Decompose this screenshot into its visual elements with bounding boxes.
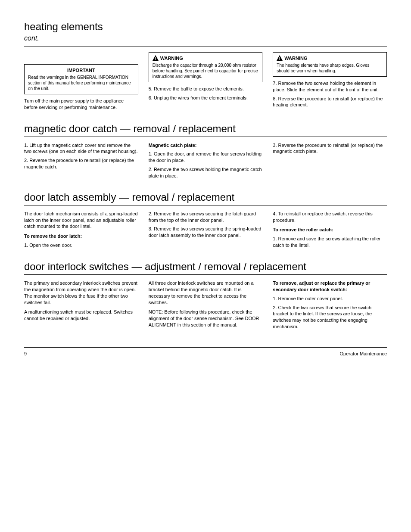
svg-text:!: ! (155, 56, 156, 61)
footer-page: 9 (24, 351, 27, 356)
interlock-c2-p1: All three door interlock switches are mo… (149, 280, 263, 305)
latch-c3-step1: 1. Remove and save the screws attaching … (273, 236, 387, 249)
heating-subtitle: cont. (24, 34, 387, 42)
important-body: Read the warnings in the GENERAL INFORMA… (28, 75, 134, 91)
warning-label: WARNING (284, 56, 307, 61)
doorcatch-c3-step3: 3. Reverse the procedure to reinstall (o… (273, 142, 387, 155)
interlock-c1-p2: A malfunctioning switch must be replaced… (24, 309, 138, 322)
warning-icon: ! (277, 55, 283, 62)
document-page: heating elements cont. IMPORTANT Read th… (0, 0, 411, 369)
latch-c1-heading: To remove the door latch: (24, 233, 138, 240)
interlock-c3-heading: To remove, adjust or replace the primary… (273, 280, 387, 293)
footer-title: Operator Maintenance (340, 351, 387, 356)
section-heating: heating elements cont. IMPORTANT Read th… (24, 21, 387, 111)
doorcatch-title: magnetic door catch — removal / replacem… (24, 123, 387, 135)
interlock-c2-p2: NOTE: Before following this procedure, c… (149, 309, 263, 328)
doorcatch-c2-step1: 1. Open the door, and remove the four sc… (149, 151, 263, 164)
latch-c2-step3: 3. Remove the two screws securing the sp… (149, 226, 263, 239)
section-interlock: door interlock switches — adjustment / r… (24, 261, 387, 330)
warning-body-1: Discharge the capacitor through a 20,000… (153, 62, 259, 79)
svg-text:!: ! (279, 56, 280, 61)
latch-col2: 2. Remove the two screws securing the la… (149, 211, 263, 249)
section-doorcatch: magnetic door catch — removal / replacem… (24, 123, 387, 179)
important-box: IMPORTANT Read the warnings in the GENER… (24, 64, 138, 94)
important-title: IMPORTANT (28, 67, 134, 74)
interlock-col1: The primary and secondary interlock swit… (24, 280, 138, 330)
heating-step6: 6. Unplug the wires from the element ter… (149, 95, 263, 101)
footer-rule (24, 347, 387, 348)
latch-c2-step2: 2. Remove the two screws securing the la… (149, 211, 263, 224)
interlock-c3-step2: 2. Check the two screws that secure the … (273, 305, 387, 330)
doorcatch-c1-step1: 1. Lift up the magnetic catch cover and … (24, 142, 138, 155)
interlock-col3: To remove, adjust or replace the primary… (273, 280, 387, 330)
latch-col3: 4. To reinstall or replace the switch, r… (273, 211, 387, 249)
latch-c1-p1: The door latch mechanism consists of a s… (24, 211, 138, 230)
heating-step7: 7. Remove the two screws holding the ele… (273, 80, 387, 93)
latch-c1-step1: 1. Open the oven door. (24, 242, 138, 249)
warning-body-2: The heating elements have sharp edges. G… (277, 62, 383, 74)
latch-c3-step4: 4. To reinstall or replace the switch, r… (273, 211, 387, 224)
section-latch: door latch assembly — removal / replacem… (24, 191, 387, 249)
warning-icon: ! (153, 55, 159, 62)
rule (24, 47, 387, 47)
interlock-title: door interlock switches — adjustment / r… (24, 261, 387, 273)
heating-col2: ! WARNING Discharge the capacitor throug… (149, 52, 263, 111)
latch-col1: The door latch mechanism consists of a s… (24, 211, 138, 249)
interlock-c1-p1: The primary and secondary interlock swit… (24, 280, 138, 305)
doorcatch-plate-heading: Magnetic catch plate: (149, 142, 263, 149)
rule (24, 137, 387, 137)
rule (24, 274, 387, 275)
doorcatch-col1: 1. Lift up the magnetic catch cover and … (24, 142, 138, 179)
page-footer: 9 Operator Maintenance (24, 351, 387, 356)
doorcatch-col3: 3. Reverse the procedure to reinstall (o… (273, 142, 387, 179)
heating-col1-text: Turn off the main power supply to the ap… (24, 98, 138, 111)
heating-col1: IMPORTANT Read the warnings in the GENER… (24, 52, 138, 111)
doorcatch-col2: Magnetic catch plate: 1. Open the door, … (149, 142, 263, 179)
latch-c3-heading: To remove the roller catch: (273, 227, 387, 233)
rule (24, 205, 387, 205)
warning-box-1: ! WARNING Discharge the capacitor throug… (149, 52, 263, 82)
heating-title: heating elements (24, 21, 387, 33)
interlock-col2: All three door interlock switches are mo… (149, 280, 263, 330)
doorcatch-c1-step2: 2. Reverse the procedure to reinstall (o… (24, 157, 138, 170)
warning-box-2: ! WARNING The heating elements have shar… (273, 52, 387, 77)
heating-col3: ! WARNING The heating elements have shar… (273, 52, 387, 111)
heating-step5: 5. Remove the baffle to expose the eleme… (149, 86, 263, 92)
latch-title: door latch assembly — removal / replacem… (24, 191, 387, 203)
doorcatch-c2-step2: 2. Remove the two screws holding the mag… (149, 166, 263, 179)
warning-label: WARNING (160, 56, 183, 61)
interlock-c3-step1: 1. Remove the outer cover panel. (273, 296, 387, 302)
heating-step8: 8. Reverse the procedure to reinstall (o… (273, 96, 387, 109)
